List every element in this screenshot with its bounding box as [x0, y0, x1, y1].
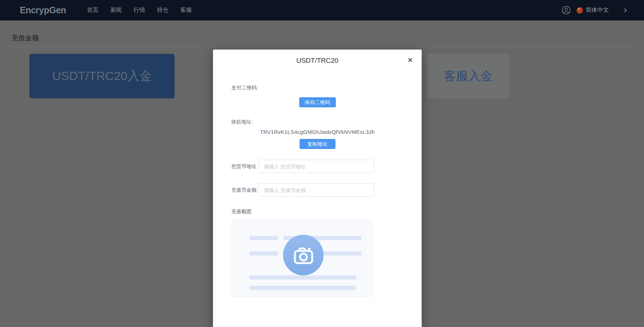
modal-header: USDT/TRC20 ✕	[213, 50, 422, 72]
brand-logo[interactable]: EncrypGen	[20, 5, 66, 15]
screenshot-upload-area[interactable]	[231, 219, 373, 297]
modal-body: 支付二维码: 保存二维码 收款地址: TRV1RvK1LS4cgGMGhJwdx…	[213, 85, 422, 297]
save-qr-button[interactable]: 保存二维码	[299, 97, 336, 107]
chevron-right-icon[interactable]	[623, 8, 627, 13]
title-divider	[11, 47, 633, 47]
receiving-address-value: TRV1RvK1LS4cgGMGhJwdxQfVkNVMEsL3Jh	[231, 129, 403, 135]
china-flag-icon[interactable]: ★	[576, 7, 583, 14]
top-navbar: EncrypGen 首页 新闻 行情 持仓 客服 ★ 简体中文	[0, 0, 644, 20]
main-nav: 首页 新闻 行情 持仓 客服	[87, 6, 192, 14]
nav-item-market[interactable]: 行情	[134, 6, 145, 14]
placeholder-bar	[249, 286, 356, 290]
wallet-address-input[interactable]	[258, 160, 374, 173]
placeholder-bar	[250, 236, 278, 240]
modal-header-divider	[213, 72, 422, 72]
deposit-option-usdt-trc20[interactable]: USDT/TRC20入金	[29, 54, 175, 98]
wallet-address-label: 您货币地址	[231, 163, 256, 170]
placeholder-bar	[249, 275, 356, 280]
nav-item-news[interactable]: 新闻	[110, 6, 122, 14]
user-account-icon[interactable]	[562, 6, 571, 15]
navbar-right: ★ 简体中文	[562, 6, 627, 15]
nav-item-support[interactable]: 客服	[180, 6, 192, 14]
close-icon[interactable]: ✕	[407, 56, 413, 65]
usdt-trc20-deposit-modal: USDT/TRC20 ✕ 支付二维码: 保存二维码 收款地址: TRV1RvK1…	[213, 50, 422, 327]
deposit-screenshot-label: 充值截图	[231, 209, 403, 215]
copy-address-button[interactable]: 复制地址	[300, 139, 335, 149]
deposit-option-label: USDT/TRC20入金	[52, 68, 152, 84]
page-title: 充值金额	[11, 33, 39, 43]
nav-item-home[interactable]: 首页	[87, 6, 98, 14]
deposit-option-label: 客服入金	[444, 68, 493, 84]
nav-item-positions[interactable]: 持仓	[157, 6, 168, 14]
placeholder-bar	[250, 251, 278, 256]
deposit-amount-row: 充值币金额	[231, 183, 403, 197]
receiving-address-label: 收款地址:	[231, 119, 403, 125]
camera-icon	[292, 245, 315, 265]
deposit-option-customer-service[interactable]: 客服入金	[427, 54, 509, 98]
payment-qr-label: 支付二维码:	[231, 85, 403, 91]
modal-title: USDT/TRC20	[213, 50, 422, 72]
upload-circle-badge	[283, 235, 324, 275]
deposit-amount-label: 充值币金额	[231, 187, 256, 193]
flag-star: ★	[578, 8, 580, 11]
deposit-amount-input[interactable]	[258, 183, 374, 197]
language-selector[interactable]: 简体中文	[586, 6, 609, 14]
wallet-address-row: 您货币地址	[231, 160, 403, 173]
